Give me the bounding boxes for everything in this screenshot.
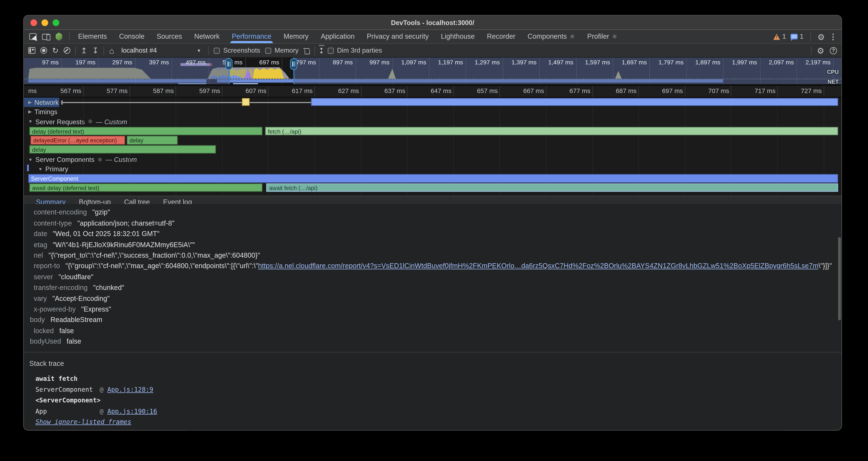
screenshots-label: Screenshots [223,47,260,54]
tab-lighthouse[interactable]: Lighthouse [435,30,481,43]
tab-memory[interactable]: Memory [277,30,315,43]
track-label-text: Timings [34,108,58,115]
divider [103,46,104,55]
timeline-event[interactable]: fetch (…/api) [265,126,838,135]
history-select-value: localhost #4 [121,47,157,54]
inspect-icon[interactable] [29,33,36,40]
chevron-right-icon[interactable]: ▶ [28,109,32,114]
track-timings[interactable]: ▶Timings [24,107,841,116]
stack-frame-link[interactable]: App.js:128:9 [107,386,153,394]
overview-tick-label: 2,197 ms [792,59,830,65]
summary-value: "Accept-Encoding" [52,295,110,302]
summary-key: server [34,273,53,281]
timeline-event[interactable]: delay [29,145,216,153]
stack-frame-function: <ServerComponent> [35,395,101,406]
capture-settings-gear-icon[interactable]: ⚙ [817,46,824,55]
tab-components[interactable]: Components⚛ [522,30,581,43]
network-request-small[interactable] [242,98,250,106]
timeline-event-selected[interactable]: await fetch (…/api) [266,183,838,192]
dim-3rd-parties-checkbox[interactable]: Dim 3rd parties [328,47,382,54]
load-profile-icon[interactable]: ↥ [81,47,87,54]
overview-tick-label: 97 ms [24,59,59,65]
selection-handle-left[interactable] [225,58,232,70]
record-and-reload-icon[interactable]: ↻ [52,47,59,54]
value-prefix: "{\"group\":\"cf-nel\",\"max_age\":60480… [65,262,258,270]
tab-elements[interactable]: Elements [72,30,113,43]
tab-privacy-and-security[interactable]: Privacy and security [361,30,435,43]
scrollbar-thumb[interactable] [838,237,841,320]
tab-recorder[interactable]: Recorder [481,30,521,43]
history-select[interactable]: localhost #4 ▼ [119,46,203,56]
device-toolbar-icon[interactable] [42,34,50,40]
ruler-unit-label: ms [28,88,37,94]
timeline-event[interactable]: ServerComponent [28,174,838,182]
track-group-server-components[interactable]: ▼Server Components⚛— Custom [24,155,841,164]
warning-badge[interactable]: 1 [773,33,786,40]
save-profile-icon[interactable]: ↧ [92,47,98,54]
net-lane-label: NET [828,79,839,84]
overview-tick-label: 1,397 ms [498,59,536,65]
tab-console[interactable]: Console [113,30,151,43]
ruler-tick-label: 567 ms [52,88,90,94]
stack-frame: ServerComponent@ App.js:128:9 [35,384,841,395]
live-metrics-home-icon[interactable]: ⌂ [109,46,114,55]
tab-label: Application [321,33,355,40]
track-network-label[interactable]: ▶Network [28,97,59,107]
message-count: 1 [800,33,804,40]
subgroup-primary[interactable]: ▼Primary [24,164,841,174]
collapse-icon[interactable]: ▾▴ [320,48,323,53]
track-network[interactable]: ▶Network [24,97,841,107]
at-symbol: @ [100,407,107,415]
summary-key: vary [34,295,47,302]
summary-row: connection"keep-alive" [24,204,841,208]
report-to-link[interactable]: https://a.nel.cloudflare.com/report/v4?s… [258,262,818,270]
stack-frame-function: App [35,406,100,417]
performance-toolbar: ↻ ↥ ↧ ⌂ localhost #4 ▼ Screenshots Memor… [24,44,841,58]
tab-label: Lighthouse [441,33,475,40]
chevron-down-icon: ▼ [197,48,201,53]
track-bar-row: delay [24,145,841,154]
help-icon[interactable]: ? [830,47,837,54]
timeline-overview[interactable]: 97 ms197 ms297 ms397 ms497 ms597 ms697 m… [24,58,841,84]
divider [69,33,70,40]
react-atom-icon: ⚛ [612,33,617,40]
stack-frame-link[interactable]: App.js:190:16 [107,407,157,415]
track-group-server-requests[interactable]: ▼Server Requests⚛— Custom [24,117,841,126]
timeline-event[interactable]: delay (deferred text) [29,126,262,135]
track-timings-label[interactable]: ▶Timings [28,107,58,116]
issues-badge[interactable]: 1 [790,33,804,40]
tab-network[interactable]: Network [188,30,226,43]
overview-tick-label: 1,797 ms [645,59,683,65]
settings-gear-icon[interactable]: ⚙ [817,32,825,41]
tab-label: Network [194,33,220,40]
tab-performance[interactable]: Performance [226,30,277,43]
summary-row: etag"W/\"4b1-RjEJloX9kRinu6F0MAZMmy6E5iA… [24,240,841,250]
network-request-main[interactable] [311,98,838,106]
tab-sources[interactable]: Sources [151,30,188,43]
overview-tick-label: 1,097 ms [388,59,426,65]
chevron-down-icon[interactable]: ▼ [38,167,43,172]
track-group-label-text: Server Requests [35,118,85,125]
chevron-down-icon[interactable]: ▼ [28,157,33,162]
record-icon[interactable] [40,47,47,54]
sidebar-toggle-icon[interactable] [28,47,35,54]
ruler-tick-label: 697 ms [653,88,692,94]
selected-tab-underline [230,41,273,43]
chevron-down-icon[interactable]: ▼ [28,119,33,124]
ruler-tick-label: 687 ms [607,88,646,94]
screenshots-checkbox[interactable]: Screenshots [214,47,260,54]
chevron-right-icon[interactable]: ▶ [28,100,32,105]
garbage-collect-icon[interactable] [304,47,310,54]
node-icon[interactable] [55,32,63,41]
kebab-menu-icon[interactable]: ⋮ [829,32,837,41]
memory-checkbox[interactable]: Memory [265,47,299,54]
clear-icon[interactable] [63,47,70,54]
timeline-event[interactable]: await delay (deferred text) [29,183,262,192]
timeline-event[interactable]: delayedError (…ayed exception) [31,136,125,144]
tab-application[interactable]: Application [315,30,361,43]
selection-handle-right[interactable] [290,58,297,70]
tab-profiler[interactable]: Profiler⚛ [581,30,623,43]
show-ignore-listed-link[interactable]: Show ignore-listed frames [35,418,131,426]
timeline-event[interactable]: delay [127,136,178,144]
divider [75,46,76,55]
